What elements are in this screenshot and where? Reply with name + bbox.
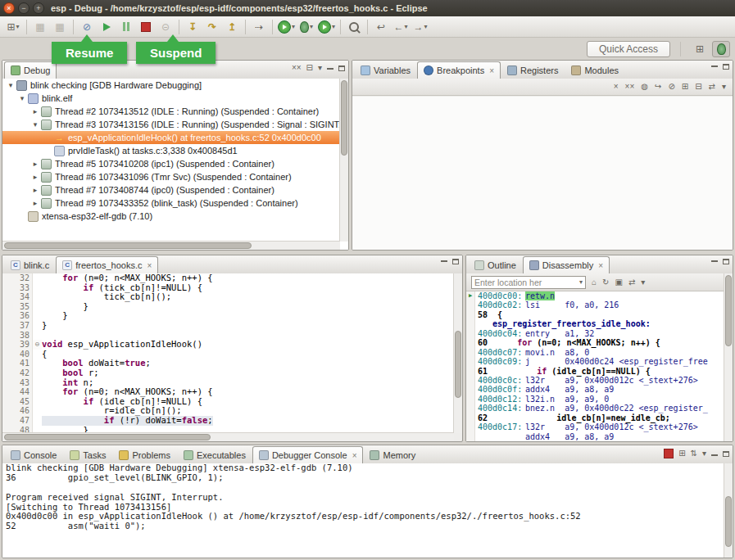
show-breakpoints-supported-icon[interactable]: ◍: [641, 83, 648, 91]
new-wizard-button[interactable]: ⊞▾: [3, 18, 23, 36]
tab-debugger-console[interactable]: Debugger Console ×: [252, 446, 364, 463]
scroll-lock-icon[interactable]: ⇅: [691, 449, 697, 458]
expander-icon[interactable]: ▸: [30, 107, 40, 115]
annotation-ruler[interactable]: [2, 387, 10, 397]
skip-all-breakpoints-icon[interactable]: ⊘: [668, 83, 674, 91]
maximize-icon[interactable]: [452, 259, 459, 264]
fold-marker-icon[interactable]: ⊖: [33, 340, 42, 350]
tab-breakpoints[interactable]: Breakpoints ×: [417, 61, 501, 79]
scrollbar-thumb[interactable]: [455, 331, 461, 398]
collapse-all-icon[interactable]: ⊟: [695, 83, 701, 91]
close-icon[interactable]: ×: [147, 261, 152, 270]
save-all-button[interactable]: ▦: [50, 18, 70, 36]
annotation-ruler[interactable]: [2, 359, 10, 368]
tree-item-gdb[interactable]: xtensa-esp32-elf-gdb (7.10): [2, 210, 348, 223]
close-icon[interactable]: ×: [489, 66, 494, 75]
view-menu-icon[interactable]: ▾: [722, 83, 726, 91]
console-vertical-scrollbar[interactable]: [724, 463, 733, 558]
close-icon[interactable]: ×: [352, 451, 357, 460]
debug-horizontal-scrollbar[interactable]: [2, 241, 340, 250]
terminate-button[interactable]: [136, 18, 156, 36]
line-number[interactable]: 34: [10, 292, 33, 302]
tab-blink-c[interactable]: blink.c: [4, 256, 56, 273]
location-input[interactable]: Enter location her ▾: [471, 276, 586, 289]
step-over-button[interactable]: ↷: [202, 18, 222, 36]
step-return-button[interactable]: ↥: [222, 18, 242, 36]
line-number[interactable]: 40: [10, 350, 33, 359]
annotation-ruler[interactable]: [2, 331, 10, 341]
tree-item-thread[interactable]: ▸ Thread #5 1073410208 (ipc1) (Suspended…: [2, 157, 348, 170]
maximize-icon[interactable]: [723, 64, 729, 70]
minimize-icon[interactable]: [711, 65, 718, 67]
annotation-ruler[interactable]: [2, 340, 10, 350]
tree-item-binary[interactable]: ▾ blink.elf: [2, 92, 348, 105]
annotation-ruler[interactable]: [2, 321, 10, 331]
debug-vertical-scrollbar[interactable]: [339, 79, 348, 242]
line-number[interactable]: 46: [10, 406, 33, 416]
editor-vertical-scrollbar[interactable]: [453, 273, 462, 433]
external-tools-button[interactable]: ▾: [316, 18, 337, 36]
annotation-ruler[interactable]: [2, 311, 10, 321]
disassembly-vertical-scrollbar[interactable]: [724, 273, 733, 441]
annotation-ruler[interactable]: [2, 283, 10, 293]
line-number[interactable]: 44: [10, 387, 33, 397]
tree-item-stack-frame-selected[interactable]: → esp_vApplicationIdleHook() at freertos…: [2, 131, 348, 144]
open-perspective-button[interactable]: ⊞: [691, 41, 709, 57]
tree-item-launch[interactable]: ▾ blink checking [GDB Hardware Debugging…: [2, 79, 348, 92]
step-into-button[interactable]: ↧: [183, 18, 202, 36]
scrollbar-thumb[interactable]: [4, 434, 211, 440]
remove-selected-breakpoints-icon[interactable]: ×: [614, 83, 619, 91]
tab-problems[interactable]: Problems: [112, 446, 176, 463]
tab-memory[interactable]: Memory: [363, 446, 422, 463]
search-button[interactable]: [344, 18, 364, 36]
remove-all-terminated-icon[interactable]: ××: [292, 64, 302, 72]
save-button[interactable]: ▦: [30, 18, 50, 36]
resume-button[interactable]: [97, 18, 116, 36]
minimize-icon[interactable]: [711, 260, 718, 262]
line-number[interactable]: 35: [10, 302, 33, 312]
close-icon[interactable]: ×: [598, 261, 603, 270]
line-number[interactable]: 41: [10, 359, 33, 368]
minimize-icon[interactable]: [327, 68, 333, 70]
line-number[interactable]: 39: [10, 340, 33, 350]
maximize-icon[interactable]: [723, 259, 729, 264]
scrollbar-thumb[interactable]: [725, 275, 732, 346]
line-number[interactable]: 37: [10, 321, 33, 331]
expander-icon[interactable]: ▾: [17, 94, 27, 102]
disconnect-button[interactable]: ⊝: [156, 18, 175, 36]
window-minimize-icon[interactable]: −: [18, 2, 29, 14]
annotation-ruler[interactable]: [2, 378, 10, 388]
skip-all-breakpoints-button[interactable]: ⊘: [77, 18, 97, 36]
tree-item-thread[interactable]: ▸ Thread #7 1073408744 (ipc0) (Suspended…: [2, 183, 348, 196]
disassembly-listing[interactable]: ▶400d0c00:retw.n 400d0c02:lsi f0, a0, 21…: [466, 291, 724, 441]
annotation-ruler[interactable]: [2, 416, 10, 426]
debugger-console-output[interactable]: blink checking [GDB Hardware Debugging] …: [2, 463, 724, 558]
annotation-ruler[interactable]: [2, 350, 10, 359]
annotation-ruler[interactable]: [2, 302, 10, 312]
chevron-down-icon[interactable]: ▾: [579, 278, 583, 286]
quick-access[interactable]: Quick Access: [587, 41, 670, 57]
tab-outline[interactable]: Outline: [468, 256, 523, 273]
debug-perspective-button[interactable]: [712, 41, 730, 57]
tree-item-thread[interactable]: ▸ Thread #2 1073413512 (IDLE : Running) …: [2, 105, 348, 118]
expander-icon[interactable]: ▾: [30, 120, 40, 129]
tab-executables[interactable]: Executables: [177, 446, 252, 463]
maximize-icon[interactable]: [338, 65, 345, 71]
annotation-ruler[interactable]: [2, 406, 10, 416]
refresh-icon[interactable]: ↻: [602, 278, 609, 287]
scrollbar-thumb[interactable]: [341, 80, 347, 156]
instruction-stepping-button[interactable]: ⇢: [249, 18, 269, 36]
titlebar[interactable]: × − + esp - Debug - /home/krzysztof/esp/…: [0, 0, 735, 16]
line-number[interactable]: 32: [10, 273, 33, 283]
window-maximize-icon[interactable]: +: [33, 2, 44, 14]
remove-all-breakpoints-icon[interactable]: ××: [625, 83, 635, 91]
annotation-ruler[interactable]: [2, 397, 10, 407]
tab-debug[interactable]: Debug: [4, 61, 57, 79]
minimize-icon[interactable]: [711, 454, 718, 456]
suspend-button[interactable]: [116, 18, 136, 36]
open-console-icon[interactable]: ⊞: [678, 449, 685, 458]
view-menu-icon[interactable]: ▾: [641, 278, 645, 287]
sync-active-context-icon[interactable]: ⇄: [628, 278, 635, 287]
tab-console[interactable]: Console: [4, 446, 63, 463]
line-number[interactable]: 45: [10, 397, 33, 407]
